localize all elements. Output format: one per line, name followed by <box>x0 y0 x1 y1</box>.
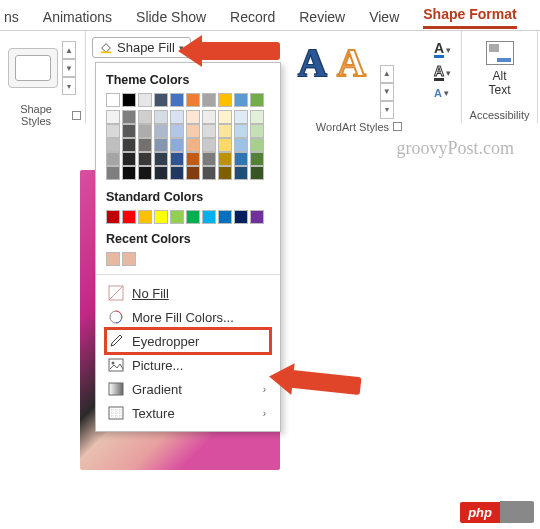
shape-style-thumb[interactable] <box>8 48 58 88</box>
text-effects-button[interactable]: A▾ <box>434 87 451 99</box>
color-swatch[interactable] <box>234 93 248 107</box>
color-swatch[interactable] <box>154 124 168 138</box>
alt-text-button[interactable]: Alt Text <box>466 35 533 97</box>
color-swatch[interactable] <box>218 110 232 124</box>
color-swatch[interactable] <box>234 210 248 224</box>
color-swatch[interactable] <box>170 166 184 180</box>
color-swatch[interactable] <box>138 110 152 124</box>
color-swatch[interactable] <box>170 110 184 124</box>
color-swatch[interactable] <box>154 152 168 166</box>
color-swatch[interactable] <box>202 166 216 180</box>
color-swatch[interactable] <box>170 210 184 224</box>
color-swatch[interactable] <box>106 110 120 124</box>
color-swatch[interactable] <box>154 210 168 224</box>
color-swatch[interactable] <box>202 210 216 224</box>
color-swatch[interactable] <box>170 124 184 138</box>
wordart-more[interactable]: ▾ <box>380 101 394 119</box>
color-swatch[interactable] <box>202 138 216 152</box>
color-swatch[interactable] <box>138 93 152 107</box>
color-swatch[interactable] <box>154 93 168 107</box>
color-swatch[interactable] <box>250 152 264 166</box>
color-swatch[interactable] <box>186 152 200 166</box>
color-swatch[interactable] <box>106 138 120 152</box>
color-swatch[interactable] <box>186 210 200 224</box>
color-swatch[interactable] <box>106 210 120 224</box>
color-swatch[interactable] <box>202 110 216 124</box>
wordart-down[interactable]: ▼ <box>380 83 394 101</box>
tab-animations[interactable]: Animations <box>43 9 112 25</box>
color-swatch[interactable] <box>234 166 248 180</box>
color-swatch[interactable] <box>106 166 120 180</box>
color-swatch[interactable] <box>202 93 216 107</box>
tab-view[interactable]: View <box>369 9 399 25</box>
color-swatch[interactable] <box>250 138 264 152</box>
color-swatch[interactable] <box>154 110 168 124</box>
wordart-style-2[interactable]: A <box>337 43 366 83</box>
color-swatch[interactable] <box>218 166 232 180</box>
color-swatch[interactable] <box>234 124 248 138</box>
no-fill-item[interactable]: No Fill <box>106 281 270 305</box>
color-swatch[interactable] <box>250 124 264 138</box>
tab-transitions-partial[interactable]: ns <box>0 9 19 25</box>
color-swatch[interactable] <box>122 210 136 224</box>
color-swatch[interactable] <box>106 152 120 166</box>
color-swatch[interactable] <box>170 138 184 152</box>
color-swatch[interactable] <box>218 124 232 138</box>
wordart-style-1[interactable]: A <box>298 43 327 83</box>
color-swatch[interactable] <box>122 110 136 124</box>
color-swatch[interactable] <box>202 124 216 138</box>
color-swatch[interactable] <box>186 110 200 124</box>
color-swatch[interactable] <box>138 124 152 138</box>
shape-style-gallery[interactable]: ▲ ▼ ▾ <box>4 35 81 101</box>
tab-record[interactable]: Record <box>230 9 275 25</box>
color-swatch[interactable] <box>250 166 264 180</box>
tab-slide-show[interactable]: Slide Show <box>136 9 206 25</box>
gallery-more[interactable]: ▾ <box>62 77 76 95</box>
gallery-up[interactable]: ▲ <box>62 41 76 59</box>
color-swatch[interactable] <box>170 93 184 107</box>
shape-styles-launcher[interactable] <box>72 111 81 120</box>
eyedropper-item[interactable]: Eyedropper <box>106 329 270 353</box>
color-swatch[interactable] <box>234 152 248 166</box>
color-swatch[interactable] <box>186 166 200 180</box>
texture-fill-item[interactable]: Texture › <box>106 401 270 425</box>
color-swatch[interactable] <box>122 252 136 266</box>
color-swatch[interactable] <box>234 138 248 152</box>
color-swatch[interactable] <box>250 210 264 224</box>
color-swatch[interactable] <box>186 93 200 107</box>
color-swatch[interactable] <box>122 124 136 138</box>
color-swatch[interactable] <box>122 152 136 166</box>
color-swatch[interactable] <box>154 166 168 180</box>
color-swatch[interactable] <box>218 138 232 152</box>
color-swatch[interactable] <box>218 210 232 224</box>
picture-fill-item[interactable]: Picture... <box>106 353 270 377</box>
color-swatch[interactable] <box>186 124 200 138</box>
gradient-fill-item[interactable]: Gradient › <box>106 377 270 401</box>
color-swatch[interactable] <box>234 110 248 124</box>
color-swatch[interactable] <box>106 124 120 138</box>
color-swatch[interactable] <box>106 93 120 107</box>
color-swatch[interactable] <box>154 138 168 152</box>
color-swatch[interactable] <box>122 166 136 180</box>
color-swatch[interactable] <box>202 152 216 166</box>
shape-fill-button[interactable]: Shape Fill ▾ <box>92 37 191 58</box>
wordart-launcher[interactable] <box>393 122 402 131</box>
text-fill-button[interactable]: A▾ <box>434 41 451 58</box>
wordart-up[interactable]: ▲ <box>380 65 394 83</box>
color-swatch[interactable] <box>218 93 232 107</box>
color-swatch[interactable] <box>250 110 264 124</box>
color-swatch[interactable] <box>122 93 136 107</box>
color-swatch[interactable] <box>218 152 232 166</box>
color-swatch[interactable] <box>138 210 152 224</box>
color-swatch[interactable] <box>170 152 184 166</box>
text-outline-button[interactable]: A▾ <box>434 64 451 81</box>
color-swatch[interactable] <box>138 138 152 152</box>
color-swatch[interactable] <box>122 138 136 152</box>
color-swatch[interactable] <box>138 152 152 166</box>
tab-shape-format[interactable]: Shape Format <box>423 6 516 29</box>
tab-review[interactable]: Review <box>299 9 345 25</box>
color-swatch[interactable] <box>138 166 152 180</box>
more-fill-colors-item[interactable]: More Fill Colors... <box>106 305 270 329</box>
color-swatch[interactable] <box>186 138 200 152</box>
color-swatch[interactable] <box>106 252 120 266</box>
